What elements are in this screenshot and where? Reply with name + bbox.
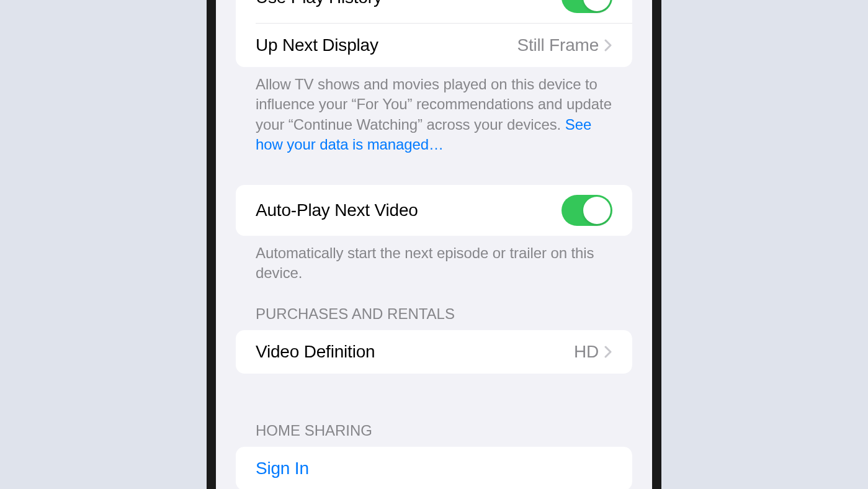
sign-in-row[interactable]: Sign In [236, 447, 632, 489]
auto-play-footer: Automatically start the next episode or … [236, 236, 632, 284]
footer-text-body: Allow TV shows and movies played on this… [256, 76, 612, 133]
auto-play-label: Auto-Play Next Video [256, 200, 418, 220]
up-next-display-label: Up Next Display [256, 35, 378, 55]
purchases-group: Video Definition HD [236, 330, 632, 374]
device-frame: Use Play History Up Next Display Still F… [207, 0, 661, 489]
up-next-display-value: Still Frame [517, 35, 599, 55]
toggle-knob [583, 197, 611, 224]
sign-in-label: Sign In [256, 459, 309, 478]
use-play-history-label: Use Play History [256, 0, 382, 7]
toggle-knob [583, 0, 611, 11]
use-play-history-row[interactable]: Use Play History [236, 0, 632, 23]
use-play-history-toggle[interactable] [562, 0, 612, 13]
home-sharing-group: Sign In [236, 447, 632, 489]
settings-screen: Use Play History Up Next Display Still F… [216, 0, 652, 489]
content-scroll[interactable]: Use Play History Up Next Display Still F… [216, 0, 652, 489]
video-definition-label: Video Definition [256, 342, 375, 362]
auto-play-group: Auto-Play Next Video [236, 185, 632, 236]
chevron-right-icon [604, 38, 612, 53]
purchases-header: PURCHASES AND RENTALS [236, 305, 632, 330]
auto-play-row[interactable]: Auto-Play Next Video [236, 185, 632, 236]
play-history-footer: Allow TV shows and movies played on this… [236, 67, 632, 155]
home-sharing-header: HOME SHARING [236, 422, 632, 447]
row-right: HD [574, 342, 612, 362]
row-right: Still Frame [517, 35, 612, 55]
play-history-group: Use Play History Up Next Display Still F… [236, 0, 632, 67]
video-definition-row[interactable]: Video Definition HD [236, 330, 632, 374]
up-next-display-row[interactable]: Up Next Display Still Frame [236, 24, 632, 67]
chevron-right-icon [604, 344, 612, 359]
auto-play-toggle[interactable] [562, 195, 612, 226]
video-definition-value: HD [574, 342, 599, 362]
